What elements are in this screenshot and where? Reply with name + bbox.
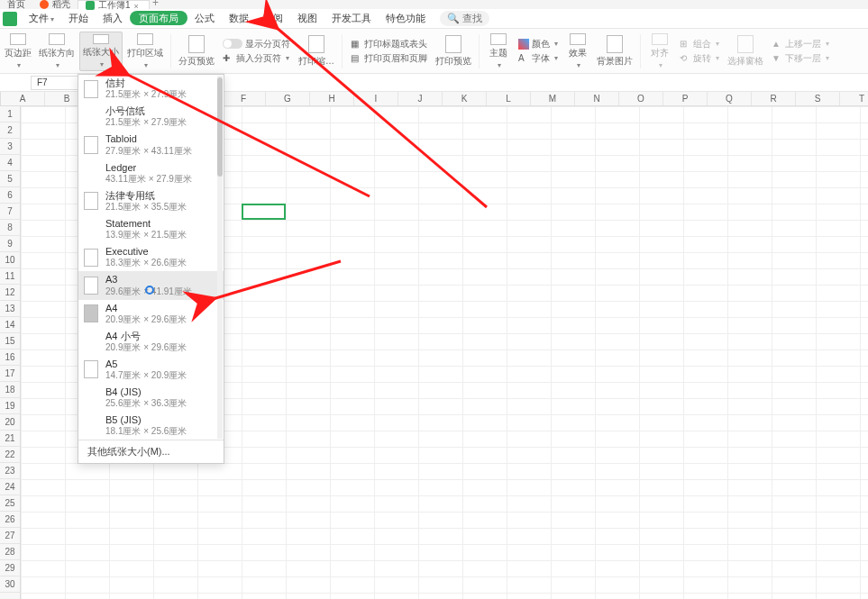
menu-开始[interactable]: 开始	[61, 11, 96, 25]
insert-break-button[interactable]: ✚ 插入分页符▾	[223, 52, 290, 65]
selection-pane-button[interactable]: 选择窗格	[725, 32, 766, 71]
paper-size-option-B4 (JIS)[interactable]: B4 (JIS)25.6厘米 × 36.3厘米	[78, 384, 224, 412]
row-header-24[interactable]: 24	[0, 479, 20, 495]
paper-size-option-Ledger[interactable]: Ledger43.11厘米 × 27.9厘米	[78, 159, 224, 187]
rotate-button[interactable]: ⟲ 旋转▾	[680, 52, 719, 65]
col-header-J[interactable]: J	[398, 92, 443, 105]
row-header-21[interactable]: 21	[0, 431, 20, 447]
print-preview-button[interactable]: 打印预览	[433, 32, 474, 71]
col-header-F[interactable]: F	[222, 92, 266, 105]
col-header-O[interactable]: O	[619, 92, 663, 105]
paper-size-option-小号信纸[interactable]: 小号信纸21.5厘米 × 27.9厘米	[78, 103, 224, 131]
row-header-13[interactable]: 13	[0, 301, 20, 317]
tab-app[interactable]: 稻壳	[32, 0, 78, 9]
row-header-7[interactable]: 7	[0, 204, 20, 220]
paper-size-option-Statement[interactable]: Statement13.9厘米 × 21.5厘米	[78, 215, 224, 243]
row-header-8[interactable]: 8	[0, 220, 20, 236]
more-paper-sizes[interactable]: 其他纸张大小(M)...	[78, 440, 224, 463]
row-header-20[interactable]: 20	[0, 414, 20, 431]
send-backward-button[interactable]: ▼ 下移一层▾	[772, 52, 829, 65]
tab-home[interactable]: 首页	[0, 0, 32, 9]
menu-视图[interactable]: 视图	[290, 11, 324, 25]
col-header-H[interactable]: H	[310, 92, 354, 105]
col-header-L[interactable]: L	[487, 92, 531, 105]
row-header-28[interactable]: 28	[0, 544, 20, 560]
tab-workbook[interactable]: 工作簿1 ×	[78, 0, 150, 9]
row-header-5[interactable]: 5	[0, 171, 20, 187]
colors-button[interactable]: 颜色▾	[518, 38, 558, 50]
menu-特色功能[interactable]: 特色功能	[379, 11, 433, 25]
paper-size-option-B5 (JIS)[interactable]: B5 (JIS)18.1厘米 × 25.6厘米	[78, 412, 224, 440]
col-header-A[interactable]: A	[1, 92, 45, 105]
selected-cell[interactable]	[242, 204, 286, 220]
scrollbar-thumb[interactable]	[217, 77, 223, 177]
paper-size-option-法律专用纸[interactable]: 法律专用纸21.5厘米 × 35.5厘米	[78, 187, 224, 215]
col-header-P[interactable]: P	[663, 92, 708, 105]
col-header-G[interactable]: G	[266, 92, 310, 105]
row-header-30[interactable]: 30	[0, 576, 20, 593]
paper-size-option-信封[interactable]: 信封21.5厘米 × 27.9厘米	[78, 75, 224, 103]
print-area-button[interactable]: 打印区域▾	[124, 32, 166, 71]
align-button[interactable]: 对齐▾	[645, 32, 674, 71]
paper-size-option-A4 小号[interactable]: A4 小号20.9厘米 × 29.6厘米	[78, 328, 224, 356]
row-header-4[interactable]: 4	[0, 155, 20, 171]
print-header-footer-button[interactable]: ▤ 打印页眉和页脚	[351, 52, 427, 65]
search-box[interactable]: 🔍 查找	[440, 11, 489, 26]
row-header-16[interactable]: 16	[0, 349, 20, 366]
background-button[interactable]: 背景图片	[594, 32, 635, 71]
menu-页面布局[interactable]: 页面布局	[130, 11, 187, 25]
menu-公式[interactable]: 公式	[187, 11, 222, 25]
row-header-10[interactable]: 10	[0, 252, 20, 268]
row-header-27[interactable]: 27	[0, 528, 20, 544]
orientation-button[interactable]: 纸张方向▾	[36, 32, 78, 71]
row-header-15[interactable]: 15	[0, 333, 20, 349]
col-header-T[interactable]: T	[840, 92, 868, 105]
row-header-14[interactable]: 14	[0, 317, 20, 333]
print-scale-button[interactable]: 打印缩…	[296, 32, 337, 71]
row-header-2[interactable]: 2	[0, 123, 20, 139]
col-header-I[interactable]: I	[354, 92, 398, 105]
effects-button[interactable]: 效果▾	[563, 32, 592, 71]
menu-数据[interactable]: 数据	[222, 11, 256, 25]
menu-开发工具[interactable]: 开发工具	[324, 11, 379, 25]
col-header-N[interactable]: N	[575, 92, 619, 105]
paper-size-option-Tabloid[interactable]: Tabloid27.9厘米 × 43.11厘米	[78, 131, 224, 159]
row-header-3[interactable]: 3	[0, 139, 20, 155]
row-header-26[interactable]: 26	[0, 512, 20, 528]
file-menu[interactable]: 文件▾	[22, 10, 61, 27]
print-titles-button[interactable]: ▦ 打印标题或表头	[351, 38, 427, 50]
row-header-12[interactable]: 12	[0, 285, 20, 301]
menu-审阅[interactable]: 审阅	[256, 11, 290, 25]
col-header-R[interactable]: R	[752, 92, 796, 105]
row-header-11[interactable]: 11	[0, 268, 20, 285]
menu-插入[interactable]: 插入	[96, 11, 130, 25]
col-header-Q[interactable]: Q	[708, 92, 752, 105]
new-tab-button[interactable]: +	[150, 0, 162, 9]
paper-size-option-A3[interactable]: A329.6厘米 × 41.91厘米	[78, 271, 224, 299]
themes-button[interactable]: 主题▾	[484, 32, 513, 71]
paper-size-button[interactable]: 纸张大小▾	[79, 32, 123, 71]
row-header-19[interactable]: 19	[0, 398, 20, 414]
bring-forward-button[interactable]: ▲ 上移一层▾	[772, 38, 829, 50]
col-header-M[interactable]: M	[531, 92, 575, 105]
row-header-23[interactable]: 23	[0, 463, 20, 479]
col-header-K[interactable]: K	[443, 92, 487, 105]
close-icon[interactable]: ×	[134, 2, 142, 9]
page-break-preview-button[interactable]: 分页预览	[176, 32, 217, 71]
row-header-25[interactable]: 25	[0, 495, 20, 512]
row-header-18[interactable]: 18	[0, 382, 20, 398]
row-header-9[interactable]: 9	[0, 236, 20, 252]
row-header-1[interactable]: 1	[0, 106, 20, 123]
dropdown-scrollbar[interactable]	[217, 76, 223, 439]
paper-size-option-Executive[interactable]: Executive18.3厘米 × 26.6厘米	[78, 243, 224, 271]
margins-button[interactable]: 页边距▾	[2, 32, 34, 71]
row-header-22[interactable]: 22	[0, 447, 20, 463]
paper-size-option-A5[interactable]: A514.7厘米 × 20.9厘米	[78, 356, 224, 384]
row-header-6[interactable]: 6	[0, 187, 20, 204]
show-breaks-toggle[interactable]: 显示分页符	[223, 38, 290, 50]
group-button[interactable]: ⊞ 组合▾	[680, 38, 719, 50]
fonts-button[interactable]: A 字体▾	[518, 52, 558, 65]
col-header-S[interactable]: S	[796, 92, 840, 105]
row-header-29[interactable]: 29	[0, 560, 20, 576]
paper-size-option-A4[interactable]: A420.9厘米 × 29.6厘米	[78, 300, 224, 328]
